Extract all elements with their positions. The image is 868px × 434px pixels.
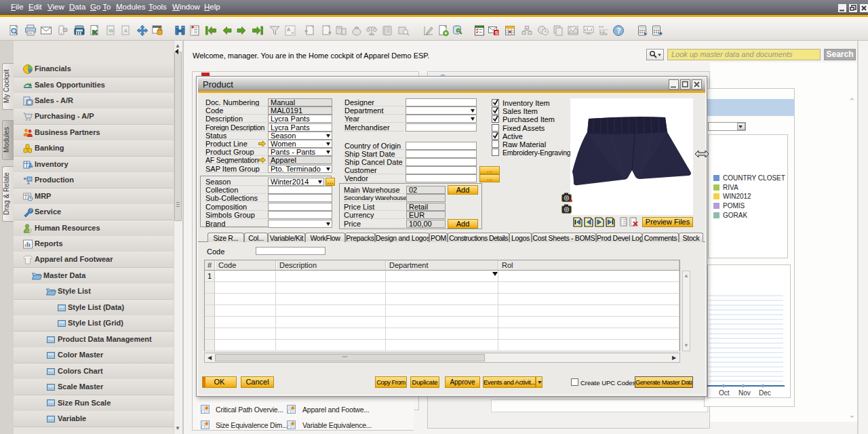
- svg-text:A: A: [124, 28, 128, 34]
- svg-text:X: X: [92, 29, 96, 36]
- svg-text:?: ?: [616, 26, 621, 35]
- svg-text:S: S: [495, 30, 498, 36]
- svg-text:A: A: [287, 27, 290, 32]
- svg-text:W: W: [108, 28, 114, 34]
